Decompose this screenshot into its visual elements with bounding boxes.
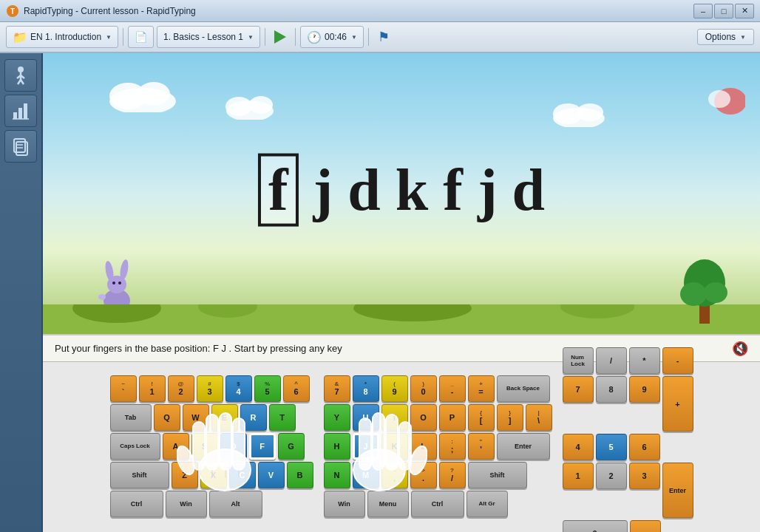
numpad-row-3: 4 5 6	[563, 434, 693, 460]
key-num-0[interactable]: 0	[563, 520, 628, 532]
svg-rect-49	[233, 418, 245, 470]
key-tab[interactable]: Tab	[110, 404, 152, 431]
svg-point-21	[249, 96, 273, 114]
maximize-button[interactable]: □	[714, 4, 733, 18]
key-num-6[interactable]: 6	[629, 434, 660, 460]
key-9[interactable]: (9	[381, 375, 408, 402]
key-shift-left[interactable]: Shift	[110, 462, 169, 488]
key-num-4[interactable]: 4	[563, 434, 594, 460]
key-6[interactable]: ^6	[283, 375, 310, 402]
play-triangle-icon	[274, 30, 286, 44]
key-num-3[interactable]: 3	[629, 463, 660, 489]
numpad-row-5: 0 .	[563, 520, 693, 532]
window-controls: – □ ✕	[693, 4, 754, 18]
key-alt-gr[interactable]: Alt Gr	[466, 491, 508, 517]
lesson-selector[interactable]: 📁 EN 1. Introduction ▼	[6, 26, 118, 48]
key-enter[interactable]: Enter	[497, 433, 550, 460]
options-button[interactable]: Options ▼	[697, 29, 754, 45]
sound-button[interactable]: 🔇	[732, 341, 748, 357]
sidebar-item-chart[interactable]	[4, 95, 37, 127]
key-backspace[interactable]: Back Space	[497, 375, 550, 402]
svg-line-7	[21, 80, 24, 84]
svg-text:T: T	[10, 7, 15, 16]
deco-tree	[679, 257, 730, 327]
key-lbracket[interactable]: {[	[468, 404, 495, 431]
key-1[interactable]: !1	[139, 375, 166, 402]
numpad-row-1: NumLock / * -	[563, 347, 693, 374]
key-num-enter[interactable]: Enter	[662, 463, 693, 518]
keyboard-right: &7 *8 (9 )0 _- += Back Space Y U I O P {…	[324, 375, 552, 519]
folder-icon: 📁	[13, 30, 27, 44]
key-num-plus[interactable]: +	[662, 376, 693, 432]
minimize-button[interactable]: –	[693, 4, 713, 18]
key-amp[interactable]: &7	[324, 375, 350, 402]
key-num-8[interactable]: 8	[596, 376, 627, 403]
sidebar-item-docs[interactable]	[4, 130, 37, 163]
options-label: Options	[705, 32, 736, 42]
key-equals[interactable]: +=	[468, 375, 495, 402]
window-title: RapidTyping - Current lesson - RapidTypi…	[24, 6, 693, 16]
key-slash[interactable]: ?/	[439, 462, 466, 488]
key-num-dot[interactable]: .	[630, 520, 661, 532]
numpad-row-4: 1 2 3 Enter	[563, 463, 693, 518]
key-numlock[interactable]: NumLock	[563, 347, 594, 374]
key-num-minus[interactable]: -	[662, 347, 693, 374]
svg-rect-8	[13, 112, 17, 119]
right-hand	[331, 407, 427, 499]
close-button[interactable]: ✕	[735, 4, 754, 18]
key-caps[interactable]: Caps Lock	[110, 433, 160, 460]
chart-icon	[10, 100, 31, 121]
key-shift-right[interactable]: Shift	[468, 462, 527, 488]
key-p[interactable]: P	[439, 404, 466, 431]
play-button[interactable]	[270, 27, 291, 47]
svg-rect-46	[193, 422, 205, 470]
key-num-slash[interactable]: /	[596, 347, 627, 374]
deco-right	[693, 83, 745, 130]
key-tilde[interactable]: ~`	[110, 375, 137, 402]
key-num-5[interactable]: 5	[596, 434, 627, 460]
number-row-left: ~` !1 @2 #3 $4 %5 ^6	[110, 375, 313, 402]
key-num-7[interactable]: 7	[563, 376, 594, 403]
key-4[interactable]: $4	[225, 375, 252, 402]
walk-icon	[10, 65, 31, 86]
status-text: Put your fingers in the base position: F…	[55, 343, 342, 354]
key-0[interactable]: )0	[410, 375, 437, 402]
docs-icon	[10, 136, 31, 157]
key-t[interactable]: T	[269, 404, 296, 431]
svg-rect-58	[373, 413, 384, 470]
cloud-2	[220, 90, 279, 123]
key-quote[interactable]: "'	[468, 433, 495, 460]
flag-button[interactable]: ⚑	[373, 29, 394, 45]
left-hand	[177, 407, 273, 499]
key-3[interactable]: #3	[197, 375, 223, 402]
key-8[interactable]: *8	[353, 375, 379, 402]
current-char: f	[258, 154, 299, 227]
sidebar-item-walk[interactable]	[4, 59, 37, 92]
flag-icon: ⚑	[378, 30, 390, 44]
lesson-part-selector[interactable]: 1. Basics - Lesson 1 ▼	[157, 26, 260, 48]
svg-point-2	[18, 66, 24, 72]
key-g[interactable]: G	[278, 433, 305, 460]
key-semicolon[interactable]: :;	[439, 433, 466, 460]
lesson-dropdown-arrow: ▼	[106, 34, 112, 41]
svg-point-18	[138, 82, 170, 106]
key-5[interactable]: %5	[254, 375, 281, 402]
content-area: f j d k f j d	[43, 53, 760, 532]
key-backslash[interactable]: |\	[526, 404, 552, 431]
key-b[interactable]: B	[287, 462, 313, 488]
key-minus[interactable]: _-	[439, 375, 466, 402]
svg-point-43	[680, 282, 707, 306]
key-num-star[interactable]: *	[629, 347, 660, 374]
svg-rect-59	[359, 418, 371, 470]
toolbar-separator-4	[368, 28, 369, 46]
key-2[interactable]: @2	[168, 375, 194, 402]
typing-display: f j d k f j d	[258, 154, 545, 227]
key-num-2[interactable]: 2	[596, 463, 627, 489]
svg-point-32	[118, 282, 121, 284]
number-row-right: &7 *8 (9 )0 _- += Back Space	[324, 375, 552, 402]
toolbar-separator-1	[123, 28, 123, 46]
key-rbracket[interactable]: }]	[497, 404, 523, 431]
key-ctrl-left[interactable]: Ctrl	[110, 491, 163, 517]
key-num-1[interactable]: 1	[563, 463, 594, 489]
key-num-9[interactable]: 9	[629, 376, 660, 403]
